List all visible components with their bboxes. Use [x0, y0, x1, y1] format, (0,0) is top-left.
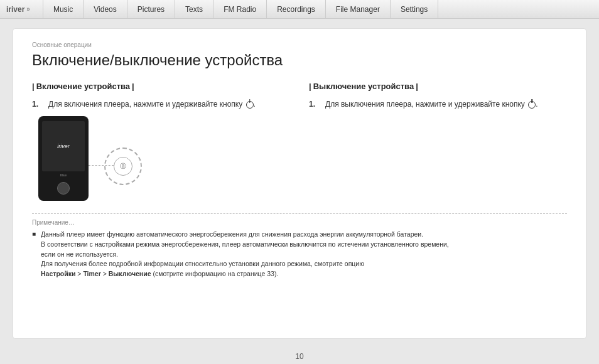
main-content: Основные операции Включение/выключение у…	[0, 19, 599, 348]
note-settings-bold: Настройки	[41, 270, 75, 277]
device-screen: iriver	[42, 121, 85, 171]
note-line2: В соответствии с настройками режима энер…	[41, 240, 449, 248]
device-illustration: iriver lllse ⓐ	[32, 116, 145, 204]
page-number-bar: 10	[0, 348, 599, 364]
note-suffix: (смотрите информацию на странице 33).	[151, 270, 279, 277]
page-title: Включение/выключение устройства	[32, 51, 567, 69]
right-step-1-text: Для выключения плеера, нажмите и удержив…	[325, 99, 538, 110]
nav-item-music[interactable]: Music	[43, 0, 84, 19]
top-navigation: iriver » Music Videos Pictures Texts FM …	[0, 0, 599, 19]
note-sep2: >	[101, 270, 109, 277]
note-line4: Для получения более подробной информации…	[41, 260, 364, 267]
right-column: Выключение устройства 1. Для выключения …	[309, 82, 567, 204]
brand-logo: iriver »	[6, 5, 30, 14]
device-screen-brand: iriver	[57, 143, 70, 149]
note-sep1: >	[75, 270, 83, 277]
content-card: Основные операции Включение/выключение у…	[13, 28, 586, 339]
power-icon-off	[528, 101, 536, 109]
left-step-1: 1. Для включения плеера, нажмите и удерж…	[32, 99, 290, 110]
nav-item-recordings[interactable]: Recordings	[267, 0, 326, 19]
breadcrumb: Основные операции	[32, 41, 567, 48]
button-indicator-circle: ⓐ	[104, 147, 142, 185]
nav-item-fm-radio[interactable]: FM Radio	[213, 0, 267, 19]
note-off-bold: Выключение	[109, 270, 151, 277]
nav-item-texts[interactable]: Texts	[175, 0, 213, 19]
device-home-button	[57, 182, 70, 195]
device-body: iriver lllse	[38, 116, 89, 201]
note-timer-bold: Timer	[83, 270, 100, 277]
button-indicator-inner: ⓐ	[114, 157, 132, 176]
right-step-1: 1. Для выключения плеера, нажмите и удер…	[309, 99, 567, 110]
step-number-1: 1.	[32, 99, 43, 110]
nav-item-pictures[interactable]: Pictures	[127, 0, 175, 19]
nav-items-container: Music Videos Pictures Texts FM Radio Rec…	[43, 0, 593, 19]
note-label: Примечание…	[32, 219, 567, 226]
note-section: Примечание… ■ Данный плеер имеет функцию…	[32, 213, 567, 279]
left-section-heading: Включение устройства	[32, 82, 290, 91]
nav-item-file-manager[interactable]: File Manager	[326, 0, 391, 19]
note-line1: Данный плеер имеет функцию автоматическо…	[41, 230, 423, 238]
left-column: Включение устройства 1. Для включения пл…	[32, 82, 290, 204]
nav-item-videos[interactable]: Videos	[84, 0, 127, 19]
note-bullet: ■	[32, 230, 37, 279]
note-text-body: Данный плеер имеет функцию автоматическо…	[41, 230, 449, 279]
left-step-1-text: Для включения плеера, нажмите и удержива…	[48, 99, 256, 110]
power-icon-on	[246, 101, 254, 109]
brand-arrows: »	[26, 6, 30, 13]
right-step-number-1: 1.	[309, 99, 320, 110]
two-column-layout: Включение устройства 1. Для включения пл…	[32, 82, 567, 204]
note-line3: если он не используется.	[41, 250, 118, 258]
page-number: 10	[295, 352, 303, 361]
nav-item-settings[interactable]: Settings	[391, 0, 438, 19]
brand-name: iriver	[6, 5, 24, 14]
device-sublabel: lllse	[60, 173, 67, 177]
right-section-heading: Выключение устройства	[309, 82, 567, 91]
button-indicator-icon: ⓐ	[120, 162, 126, 171]
note-content: ■ Данный плеер имеет функцию автоматичес…	[32, 230, 567, 279]
